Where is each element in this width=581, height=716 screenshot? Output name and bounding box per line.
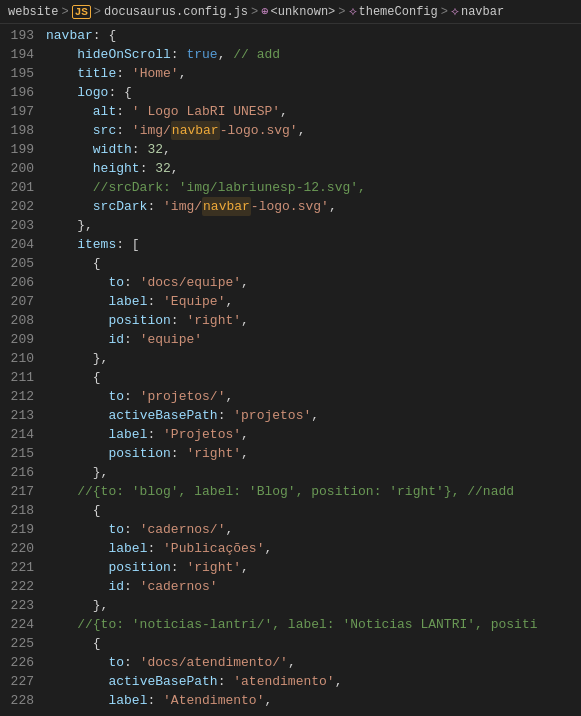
code-line-211: { xyxy=(46,368,581,387)
code-line-201: //srcDark: 'img/labriunesp-12.svg', xyxy=(46,178,581,197)
line-number-205: 205 xyxy=(8,254,34,273)
code-line-194: hideOnScroll: true, // add xyxy=(46,45,581,64)
code-line-207: label: 'Equipe', xyxy=(46,292,581,311)
code-line-198: src: 'img/navbar-logo.svg', xyxy=(46,121,581,140)
line-number-195: 195 xyxy=(8,64,34,83)
line-number-202: 202 xyxy=(8,197,34,216)
breadcrumb-themeconfig: ⟡ themeConfig xyxy=(349,5,438,19)
code-line-225: { xyxy=(46,634,581,653)
line-number-201: 201 xyxy=(8,178,34,197)
breadcrumb: website > JS > docusaurus.config.js > ⊕ … xyxy=(0,0,581,24)
code-editor-area[interactable]: 1931941951961971981992002012022032042052… xyxy=(0,24,581,716)
breadcrumb-website: website xyxy=(8,5,58,19)
line-number-200: 200 xyxy=(8,159,34,178)
code-line-224: //{to: 'noticias-lantri/', label: 'Notic… xyxy=(46,615,581,634)
code-line-200: height: 32, xyxy=(46,159,581,178)
line-number-223: 223 xyxy=(8,596,34,615)
code-line-216: }, xyxy=(46,463,581,482)
line-number-194: 194 xyxy=(8,45,34,64)
line-number-193: 193 xyxy=(8,26,34,45)
code-line-203: }, xyxy=(46,216,581,235)
line-number-220: 220 xyxy=(8,539,34,558)
line-number-228: 228 xyxy=(8,691,34,710)
line-number-207: 207 xyxy=(8,292,34,311)
line-number-203: 203 xyxy=(8,216,34,235)
breadcrumb-sep-4: > xyxy=(338,5,345,19)
code-line-208: position: 'right', xyxy=(46,311,581,330)
breadcrumb-sep-1: > xyxy=(61,5,68,19)
line-number-226: 226 xyxy=(8,653,34,672)
code-line-210: }, xyxy=(46,349,581,368)
line-number-210: 210 xyxy=(8,349,34,368)
line-numbers-gutter: 1931941951961971981992002012022032042052… xyxy=(0,24,42,716)
line-number-217: 217 xyxy=(8,482,34,501)
code-line-213: activeBasePath: 'projetos', xyxy=(46,406,581,425)
code-line-219: to: 'cadernos/', xyxy=(46,520,581,539)
breadcrumb-sep-5: > xyxy=(441,5,448,19)
editor: website > JS > docusaurus.config.js > ⊕ … xyxy=(0,0,581,716)
code-line-217: //{to: 'blog', label: 'Blog', position: … xyxy=(46,482,581,501)
line-number-199: 199 xyxy=(8,140,34,159)
code-line-214: label: 'Projetos', xyxy=(46,425,581,444)
line-number-204: 204 xyxy=(8,235,34,254)
code-line-227: activeBasePath: 'atendimento', xyxy=(46,672,581,691)
line-number-225: 225 xyxy=(8,634,34,653)
code-line-202: srcDark: 'img/navbar-logo.svg', xyxy=(46,197,581,216)
line-number-211: 211 xyxy=(8,368,34,387)
code-line-226: to: 'docs/atendimento/', xyxy=(46,653,581,672)
code-line-195: title: 'Home', xyxy=(46,64,581,83)
line-number-213: 213 xyxy=(8,406,34,425)
line-number-197: 197 xyxy=(8,102,34,121)
line-number-209: 209 xyxy=(8,330,34,349)
breadcrumb-js: JS xyxy=(72,5,91,19)
breadcrumb-unknown: ⊕ <unknown> xyxy=(261,4,335,19)
line-number-219: 219 xyxy=(8,520,34,539)
line-number-218: 218 xyxy=(8,501,34,520)
breadcrumb-sep-3: > xyxy=(251,5,258,19)
code-line-220: label: 'Publicações', xyxy=(46,539,581,558)
line-number-206: 206 xyxy=(8,273,34,292)
line-number-224: 224 xyxy=(8,615,34,634)
code-line-212: to: 'projetos/', xyxy=(46,387,581,406)
line-number-216: 216 xyxy=(8,463,34,482)
code-line-221: position: 'right', xyxy=(46,558,581,577)
line-number-214: 214 xyxy=(8,425,34,444)
code-line-222: id: 'cadernos' xyxy=(46,577,581,596)
line-number-212: 212 xyxy=(8,387,34,406)
code-line-199: width: 32, xyxy=(46,140,581,159)
code-line-215: position: 'right', xyxy=(46,444,581,463)
code-line-228: label: 'Atendimento', xyxy=(46,691,581,710)
code-line-196: logo: { xyxy=(46,83,581,102)
code-line-197: alt: ' Logo LabRI UNESP', xyxy=(46,102,581,121)
line-number-208: 208 xyxy=(8,311,34,330)
code-line-205: { xyxy=(46,254,581,273)
code-line-218: { xyxy=(46,501,581,520)
line-number-221: 221 xyxy=(8,558,34,577)
line-number-222: 222 xyxy=(8,577,34,596)
code-line-223: }, xyxy=(46,596,581,615)
line-number-198: 198 xyxy=(8,121,34,140)
breadcrumb-navbar: ⟡ navbar xyxy=(451,5,504,19)
breadcrumb-sep-2: > xyxy=(94,5,101,19)
code-line-209: id: 'equipe' xyxy=(46,330,581,349)
line-number-196: 196 xyxy=(8,83,34,102)
line-number-227: 227 xyxy=(8,672,34,691)
code-line-193: navbar: { xyxy=(46,26,581,45)
code-line-206: to: 'docs/equipe', xyxy=(46,273,581,292)
line-number-215: 215 xyxy=(8,444,34,463)
code-line-204: items: [ xyxy=(46,235,581,254)
breadcrumb-filename: docusaurus.config.js xyxy=(104,5,248,19)
code-content[interactable]: navbar: { hideOnScroll: true, // add tit… xyxy=(42,24,581,716)
